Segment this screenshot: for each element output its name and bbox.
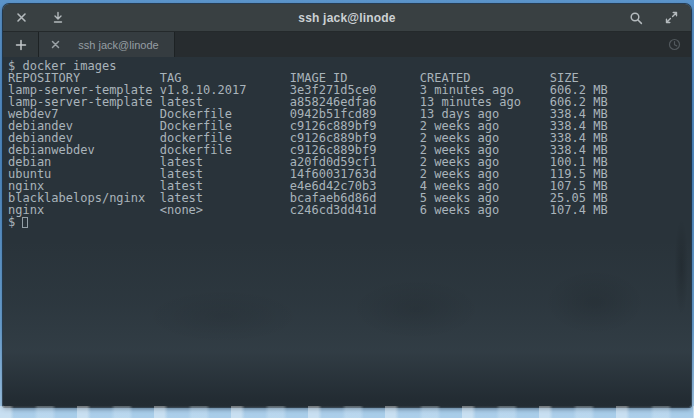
close-icon[interactable] — [13, 10, 29, 26]
terminal-screen[interactable]: $ docker images REPOSITORY TAG IMAGE ID … — [3, 57, 691, 407]
titlebar-left-controls — [13, 10, 66, 26]
terminal-output: $ docker images REPOSITORY TAG IMAGE ID … — [3, 57, 691, 407]
tab-close-icon[interactable] — [49, 39, 61, 51]
tab-label: ssh jack@linode — [73, 39, 164, 51]
plus-icon — [15, 39, 27, 51]
pulldown-icon[interactable] — [50, 10, 66, 26]
new-tab-button[interactable] — [3, 32, 39, 57]
desktop-wallpaper: ssh jack@linode — [0, 0, 694, 418]
tab-bar: ssh jack@linode — [3, 32, 691, 57]
terminal-text: $ docker images REPOSITORY TAG IMAGE ID … — [8, 59, 608, 229]
terminal-window: ssh jack@linode — [3, 4, 691, 407]
history-clock-icon[interactable] — [657, 32, 691, 57]
titlebar-right-controls — [628, 10, 679, 26]
tabbar-spacer — [175, 32, 657, 57]
search-icon[interactable] — [628, 10, 644, 26]
fullscreen-icon[interactable] — [663, 10, 679, 26]
window-title: ssh jack@linode — [66, 11, 628, 25]
terminal-cursor — [22, 217, 28, 228]
titlebar: ssh jack@linode — [3, 4, 691, 32]
tab-ssh-jack-linode[interactable]: ssh jack@linode — [39, 32, 175, 57]
